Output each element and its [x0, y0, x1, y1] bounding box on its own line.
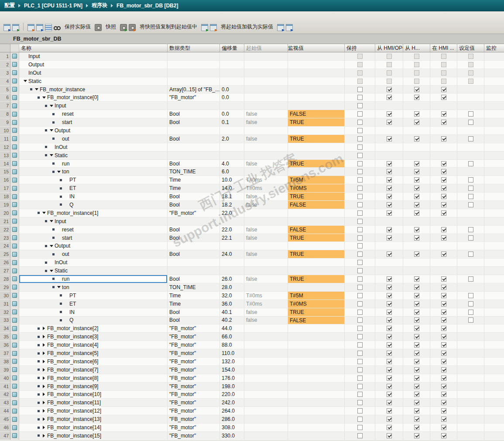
- variable-name[interactable]: Static: [54, 268, 68, 274]
- name-cell[interactable]: FB_motor_instance[11]: [19, 399, 168, 407]
- variable-name[interactable]: Static: [54, 152, 68, 158]
- hmi-visible-checkbox[interactable]: [441, 293, 446, 298]
- expand-arrow-icon[interactable]: [41, 335, 46, 338]
- variable-name[interactable]: out: [61, 136, 69, 142]
- name-cell[interactable]: FB_motor_instance: [19, 86, 168, 94]
- hmi-visible-checkbox[interactable]: [441, 317, 446, 323]
- hmi-writable-checkbox[interactable]: [414, 433, 419, 438]
- breadcrumb-item-program-blocks[interactable]: 程序块: [92, 2, 107, 9]
- retain-checkbox[interactable]: [357, 235, 363, 241]
- hmi-opc-accessible-checkbox[interactable]: [387, 293, 392, 298]
- hmi-visible-checkbox[interactable]: [441, 367, 446, 372]
- name-cell[interactable]: FB_motor_instance[10]: [19, 391, 168, 399]
- table-row[interactable]: 34FB_motor_instance[2]"FB_motor"44.0: [0, 324, 504, 333]
- hmi-opc-accessible-checkbox[interactable]: [387, 425, 392, 430]
- retain-checkbox[interactable]: [357, 128, 363, 133]
- table-row[interactable]: 4Static: [0, 77, 504, 86]
- table-row[interactable]: 3InOut: [0, 69, 504, 77]
- setpoint-checkbox[interactable]: [468, 227, 473, 232]
- insert-row-icon[interactable]: [3, 24, 10, 31]
- data-type-cell[interactable]: Bool: [168, 234, 220, 242]
- retain-checkbox[interactable]: [357, 145, 363, 150]
- data-type-cell[interactable]: "FB_motor": [168, 349, 220, 358]
- data-type-cell[interactable]: TON_TIME: [168, 168, 220, 176]
- table-row[interactable]: 14runBool4.0falseTRUE: [0, 160, 504, 168]
- variable-name[interactable]: PT: [69, 177, 76, 183]
- collapse-arrow-icon[interactable]: [49, 270, 54, 272]
- data-type-cell[interactable]: Bool: [168, 308, 220, 317]
- variable-name[interactable]: start: [61, 235, 72, 241]
- hmi-writable-checkbox[interactable]: [414, 301, 419, 307]
- table-row[interactable]: 37FB_motor_instance[5]"FB_motor"110.0: [0, 349, 504, 358]
- hmi-visible-checkbox[interactable]: [441, 425, 446, 430]
- name-cell[interactable]: run: [19, 275, 168, 283]
- hmi-visible-checkbox[interactable]: [441, 334, 446, 339]
- retain-checkbox[interactable]: [357, 285, 363, 290]
- header-offset[interactable]: 偏移量: [220, 44, 244, 52]
- hmi-opc-accessible-checkbox[interactable]: [387, 95, 392, 100]
- name-cell[interactable]: InOut: [19, 69, 168, 77]
- header-hmi-visible[interactable]: 在 HMI ...: [430, 44, 457, 52]
- name-cell[interactable]: ET: [19, 300, 168, 308]
- header-supervision[interactable]: 监控: [484, 44, 504, 52]
- name-cell[interactable]: FB_motor_instance[6]: [19, 358, 168, 366]
- setpoint-checkbox[interactable]: [468, 317, 473, 323]
- table-row[interactable]: 10Output: [0, 127, 504, 135]
- variable-name[interactable]: out: [61, 251, 69, 257]
- expand-arrow-icon[interactable]: [41, 426, 46, 429]
- hmi-writable-checkbox[interactable]: [414, 136, 419, 141]
- name-cell[interactable]: Input: [19, 102, 168, 110]
- table-row[interactable]: 23startBool22.1falseTRUE: [0, 234, 504, 242]
- variable-name[interactable]: FB_motor_instance[4]: [46, 342, 98, 348]
- data-type-cell[interactable]: "FB_motor": [168, 93, 220, 102]
- variable-name[interactable]: InOut: [54, 144, 67, 150]
- retain-checkbox[interactable]: [357, 359, 363, 364]
- start-value-cell[interactable]: T#0ms: [244, 300, 288, 308]
- table-row[interactable]: 19QBool18.2falseFALSE: [0, 201, 504, 209]
- retain-checkbox[interactable]: [357, 326, 363, 331]
- hmi-visible-checkbox[interactable]: [441, 326, 446, 331]
- data-type-cell[interactable]: Time: [168, 176, 220, 184]
- variable-name[interactable]: FB_motor_instance[3]: [46, 334, 98, 340]
- variable-name[interactable]: InOut: [54, 259, 67, 265]
- hmi-writable-checkbox[interactable]: [414, 186, 419, 191]
- data-type-cell[interactable]: TON_TIME: [168, 283, 220, 292]
- variable-name[interactable]: FB_motor_instance[8]: [46, 375, 98, 381]
- hmi-visible-checkbox[interactable]: [441, 276, 446, 282]
- start-value-cell[interactable]: false: [244, 226, 288, 234]
- header-name[interactable]: 名称: [19, 44, 168, 52]
- name-cell[interactable]: out: [19, 250, 168, 258]
- data-type-cell[interactable]: Bool: [168, 226, 220, 234]
- retain-checkbox[interactable]: [357, 210, 363, 216]
- reset-start-values-icon[interactable]: [27, 24, 34, 31]
- hmi-opc-accessible-checkbox[interactable]: [387, 210, 392, 216]
- setpoint-checkbox[interactable]: [468, 120, 473, 125]
- retain-checkbox[interactable]: [357, 87, 363, 92]
- hmi-opc-accessible-checkbox[interactable]: [387, 161, 392, 166]
- setpoint-checkbox[interactable]: [468, 202, 473, 207]
- collapse-arrow-icon[interactable]: [49, 154, 54, 156]
- expand-arrow-icon[interactable]: [41, 360, 46, 363]
- hmi-opc-accessible-checkbox[interactable]: [387, 136, 392, 141]
- expand-arrow-icon[interactable]: [41, 327, 46, 330]
- setpoint-checkbox[interactable]: [468, 136, 473, 141]
- name-cell[interactable]: Output: [19, 242, 168, 250]
- variable-name[interactable]: FB_motor_instance[7]: [46, 367, 98, 373]
- setpoint-checkbox[interactable]: [468, 194, 473, 199]
- name-cell[interactable]: reset: [19, 110, 168, 118]
- variable-name[interactable]: Output: [27, 62, 44, 68]
- retain-checkbox[interactable]: [357, 408, 363, 413]
- hmi-writable-checkbox[interactable]: [414, 235, 419, 241]
- hmi-visible-checkbox[interactable]: [441, 194, 446, 199]
- header-hmi-opc[interactable]: 从 HMI/OPC..: [375, 44, 403, 52]
- retain-checkbox[interactable]: [357, 376, 363, 381]
- data-type-cell[interactable]: Array[0..15] of "FB_...: [168, 86, 220, 94]
- name-cell[interactable]: IN: [19, 308, 168, 317]
- variable-name[interactable]: FB_motor_instance[11]: [46, 400, 101, 406]
- expand-arrow-icon[interactable]: [41, 417, 46, 421]
- hmi-visible-checkbox[interactable]: [441, 227, 446, 232]
- expand-arrow-icon[interactable]: [41, 409, 46, 413]
- name-cell[interactable]: FB_motor_instance[12]: [19, 407, 168, 415]
- header-setpoint[interactable]: 设定值: [457, 44, 484, 52]
- name-cell[interactable]: Static: [19, 152, 168, 160]
